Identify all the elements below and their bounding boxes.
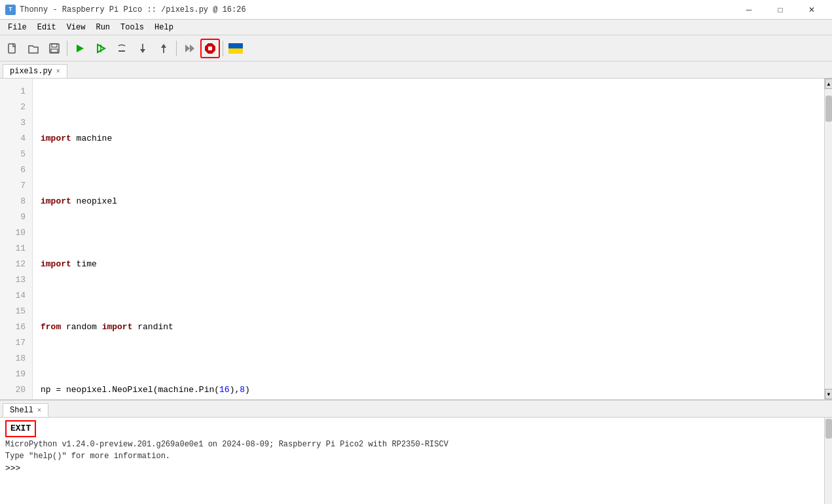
menubar: File Edit View Run Tools Help	[0, 20, 832, 35]
shell-scrollbar[interactable]	[824, 418, 832, 504]
new-icon	[7, 43, 18, 54]
shell-micropython-info: MicroPython v1.24.0-preview.201.g269a0e0…	[5, 439, 819, 450]
step-into-button[interactable]	[133, 39, 153, 58]
shell-tabbar: Shell ×	[0, 401, 832, 418]
resume-icon	[183, 43, 195, 54]
editor-tabbar: pixels.py ×	[0, 62, 832, 79]
open-button[interactable]	[24, 39, 43, 58]
scroll-thumb[interactable]	[825, 96, 832, 122]
flag-button[interactable]	[226, 39, 245, 58]
svg-marker-12	[185, 45, 190, 52]
code-line-2: import neopixel	[41, 194, 824, 209]
shell-exit-output: EXIT	[5, 420, 819, 439]
toolbar-separator-1	[67, 41, 67, 56]
titlebar: T Thonny - Raspberry Pi Pico :: /pixels.…	[0, 0, 832, 20]
step-out-icon	[158, 43, 170, 54]
svg-rect-16	[228, 43, 243, 48]
code-editor[interactable]: import machine import neopixel import ti…	[33, 79, 824, 399]
svg-rect-17	[228, 48, 243, 54]
step-into-icon	[137, 43, 149, 54]
code-line-5: np = neopixel.NeoPixel(machine.Pin(16),8…	[41, 382, 824, 398]
editor-wrapper: 1 2 3 4 5 6 7 8 9 10 11 12 13 14 15 16 1…	[0, 79, 832, 399]
resume-button[interactable]	[179, 39, 199, 58]
line-num-6: 6	[0, 162, 32, 178]
line-num-3: 3	[0, 115, 32, 131]
svg-marker-9	[140, 49, 145, 53]
shell-wrapper: EXIT MicroPython v1.24.0-preview.201.g26…	[0, 418, 832, 504]
run-button[interactable]	[70, 39, 90, 58]
step-over-button[interactable]	[112, 39, 132, 58]
line-num-20: 20	[0, 382, 32, 398]
step-out-button[interactable]	[154, 39, 173, 58]
shell-tab-label: Shell	[10, 406, 33, 415]
toolbar-separator-3	[223, 41, 223, 56]
save-button[interactable]	[45, 39, 64, 58]
line-num-7: 7	[0, 178, 32, 194]
menu-run[interactable]: Run	[90, 22, 115, 33]
run-icon	[74, 43, 86, 54]
stop-button[interactable]	[200, 39, 220, 58]
shell-help-text: Type "help()" for more information.	[5, 450, 819, 462]
line-num-12: 12	[0, 257, 32, 272]
code-line-1: import machine	[41, 131, 824, 147]
line-num-15: 15	[0, 304, 32, 319]
debug-button[interactable]	[91, 39, 111, 58]
line-num-16: 16	[0, 319, 32, 335]
code-line-3: import time	[41, 257, 824, 272]
tab-close-button[interactable]: ×	[56, 68, 60, 75]
editor-scrollbar[interactable]: ▲ ▼	[824, 79, 832, 399]
line-num-2: 2	[0, 99, 32, 115]
menu-view[interactable]: View	[62, 22, 91, 33]
debug-icon	[95, 43, 107, 54]
toolbar-separator-2	[176, 41, 177, 56]
tab-filename: pixels.py	[10, 67, 52, 76]
svg-marker-4	[77, 45, 84, 52]
editor-area: 1 2 3 4 5 6 7 8 9 10 11 12 13 14 15 16 1…	[0, 79, 824, 399]
svg-marker-13	[190, 45, 194, 52]
svg-rect-15	[208, 46, 212, 50]
line-num-11: 11	[0, 241, 32, 257]
line-num-5: 5	[0, 147, 32, 162]
menu-tools[interactable]: Tools	[115, 22, 149, 33]
stop-icon	[204, 42, 217, 55]
scroll-down-button[interactable]: ▼	[825, 389, 832, 399]
code-line-4: from random import randint	[41, 319, 824, 335]
line-num-8: 8	[0, 194, 32, 209]
shell-tab-close[interactable]: ×	[37, 407, 41, 414]
menu-edit[interactable]: Edit	[32, 22, 62, 33]
shell-content[interactable]: EXIT MicroPython v1.24.0-preview.201.g26…	[0, 418, 824, 504]
shell-panel: Shell × EXIT MicroPython v1.24.0-preview…	[0, 399, 832, 504]
line-num-10: 10	[0, 225, 32, 241]
titlebar-left: T Thonny - Raspberry Pi Pico :: /pixels.…	[5, 5, 246, 15]
line-num-14: 14	[0, 288, 32, 304]
svg-rect-0	[9, 44, 15, 53]
maximize-button[interactable]: □	[765, 0, 795, 20]
shell-prompt[interactable]: >>>	[5, 462, 819, 475]
line-num-17: 17	[0, 335, 32, 351]
shell-scroll-thumb[interactable]	[825, 419, 832, 439]
line-num-19: 19	[0, 367, 32, 382]
menu-help[interactable]: Help	[149, 22, 179, 33]
save-icon	[48, 43, 60, 54]
close-button[interactable]: ✕	[797, 0, 827, 20]
line-numbers: 1 2 3 4 5 6 7 8 9 10 11 12 13 14 15 16 1…	[0, 79, 33, 399]
scroll-track[interactable]	[825, 89, 832, 389]
flag-icon	[228, 43, 243, 54]
new-button[interactable]	[3, 39, 22, 58]
scroll-up-button[interactable]: ▲	[825, 79, 832, 89]
toolbar	[0, 35, 832, 62]
exit-box: EXIT	[5, 420, 36, 437]
line-num-4: 4	[0, 131, 32, 147]
titlebar-controls: ─ □ ✕	[734, 0, 827, 20]
shell-tab[interactable]: Shell ×	[3, 403, 48, 417]
line-num-13: 13	[0, 272, 32, 288]
line-num-18: 18	[0, 351, 32, 367]
menu-file[interactable]: File	[3, 22, 32, 33]
file-tab-pixels[interactable]: pixels.py ×	[3, 64, 67, 78]
step-over-icon	[116, 43, 128, 54]
window-title: Thonny - Raspberry Pi Pico :: /pixels.py…	[20, 5, 246, 14]
open-icon	[27, 43, 39, 54]
svg-rect-3	[51, 49, 58, 52]
minimize-button[interactable]: ─	[734, 0, 764, 20]
line-num-1: 1	[0, 84, 32, 99]
